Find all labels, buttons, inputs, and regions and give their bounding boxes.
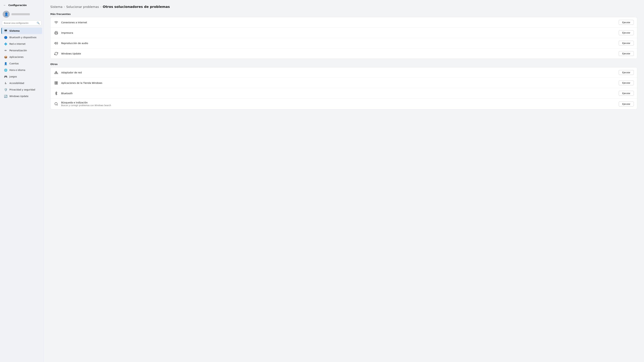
breadcrumb-sep-2: › (100, 5, 101, 8)
item-text-0-1: Impresora (61, 31, 616, 34)
avatar: 👤 (3, 11, 10, 18)
nav-icon-6: 🌐 (4, 68, 8, 72)
breadcrumb-solucionar[interactable]: Solucionar problemas (66, 5, 99, 8)
nav-icon-4: 📦 (4, 55, 8, 59)
wifi-icon (54, 20, 58, 25)
item-text-1-1: Aplicaciones de la Tienda Windows (61, 82, 616, 84)
svg-point-0 (56, 23, 56, 24)
breadcrumb-sistema[interactable]: Sistema (50, 5, 62, 8)
item-text-1-3: Búsqueda e indización Buscar y corregir … (61, 101, 616, 107)
table-row: Impresora Ejecutar (50, 28, 637, 38)
sidebar-item-hora-e-idioma[interactable]: 🌐 Hora e idioma (1, 67, 42, 73)
section-label-1: Otros (50, 63, 637, 65)
sidebar-item-personalización[interactable]: ✏️ Personalización (1, 47, 42, 54)
sidebar-header: ← Configuración (0, 2, 44, 9)
store-icon (54, 81, 58, 85)
nav-label-4: Aplicaciones (10, 56, 24, 58)
search-input[interactable] (4, 22, 36, 24)
bluetooth-icon (54, 91, 58, 96)
item-text-1-0: Adaptador de red (61, 71, 616, 74)
item-name-1-3: Búsqueda e indización (61, 101, 616, 104)
search-box[interactable]: 🔍 (2, 20, 42, 25)
back-button[interactable]: ← (3, 3, 7, 7)
nav-icon-9: 🛡️ (4, 88, 8, 91)
app-title: Configuración (8, 4, 27, 6)
nav-label-3: Personalización (10, 49, 27, 52)
item-name-0-1: Impresora (61, 31, 616, 34)
nav-icon-5: 👤 (4, 62, 8, 65)
nav-label-10: Windows Update (10, 95, 28, 97)
run-button-1-3[interactable]: Ejecutar (619, 102, 634, 106)
svg-marker-2 (55, 42, 56, 44)
table-row: Aplicaciones de la Tienda Windows Ejecut… (50, 78, 637, 88)
nav-label-9: Privacidad y seguridad (10, 88, 35, 91)
run-button-1-2[interactable]: Ejecutar (619, 91, 634, 96)
search-icon (54, 102, 58, 106)
user-name (12, 13, 30, 15)
svg-rect-8 (55, 81, 56, 83)
item-name-0-3: Windows Update (61, 52, 616, 55)
nav-list: 🖥️ Sistema 🔵 Bluetooth y dispositivos 💠 … (0, 27, 44, 99)
svg-rect-9 (56, 81, 58, 83)
sidebar-item-privacidad-y-seguridad[interactable]: 🛡️ Privacidad y seguridad (1, 86, 42, 93)
svg-rect-1 (55, 33, 57, 34)
nav-label-8: Accesibilidad (10, 82, 24, 84)
nav-label-5: Cuentas (10, 62, 18, 65)
run-button-0-3[interactable]: Ejecutar (619, 51, 634, 56)
refresh-icon (54, 51, 58, 56)
troubleshooter-list-0: Conexiones a Internet Ejecutar Impresora… (50, 17, 637, 59)
section-label-0: Más frecuentes (50, 13, 637, 15)
nav-icon-3: ✏️ (4, 49, 8, 52)
table-row: Adaptador de red Ejecutar (50, 67, 637, 78)
nav-label-7: Juegos (10, 75, 17, 78)
run-button-0-0[interactable]: Ejecutar (619, 20, 634, 25)
run-button-0-2[interactable]: Ejecutar (619, 41, 634, 45)
item-text-0-2: Reproducción de audio (61, 42, 616, 44)
troubleshooter-list-1: Adaptador de red Ejecutar Aplicaciones d… (50, 67, 637, 109)
nav-label-6: Hora e idioma (10, 69, 25, 71)
audio-icon (54, 41, 58, 45)
sidebar-item-aplicaciones[interactable]: 📦 Aplicaciones (1, 54, 42, 60)
svg-line-13 (57, 105, 58, 105)
nav-icon-2: 💠 (4, 42, 8, 45)
sections-container: Más frecuentes Conexiones a Internet Eje… (50, 13, 637, 109)
run-button-1-1[interactable]: Ejecutar (619, 80, 634, 85)
network-icon (54, 70, 58, 75)
nav-icon-0: 🖥️ (4, 29, 8, 32)
item-name-0-2: Reproducción de audio (61, 42, 616, 44)
run-button-1-0[interactable]: Ejecutar (619, 70, 634, 75)
nav-label-2: Red e Internet (10, 42, 26, 45)
nav-icon-8: ♿ (4, 81, 8, 85)
svg-rect-11 (56, 83, 58, 84)
item-text-1-2: Bluetooth (61, 92, 616, 95)
breadcrumb-sep-1: › (64, 5, 65, 8)
nav-icon-10: 🔄 (4, 94, 8, 98)
sidebar: ← Configuración 👤 🔍 🖥️ Sistema 🔵 Bluetoo… (0, 0, 44, 362)
nav-icon-7: 🎮 (4, 75, 8, 78)
search-icon: 🔍 (37, 22, 40, 24)
table-row: Bluetooth Ejecutar (50, 88, 637, 98)
sidebar-item-bluetooth-y-dispositivos[interactable]: 🔵 Bluetooth y dispositivos (1, 34, 42, 40)
sidebar-item-cuentas[interactable]: 👤 Cuentas (1, 60, 42, 67)
item-name-1-0: Adaptador de red (61, 71, 616, 74)
main-content: Sistema › Solucionar problemas › Otros s… (44, 0, 644, 362)
item-text-0-3: Windows Update (61, 52, 616, 55)
table-row: Reproducción de audio Ejecutar (50, 38, 637, 48)
user-area: 👤 (0, 9, 44, 20)
run-button-0-1[interactable]: Ejecutar (619, 30, 634, 35)
sidebar-item-sistema[interactable]: 🖥️ Sistema (1, 28, 42, 34)
item-name-1-1: Aplicaciones de la Tienda Windows (61, 82, 616, 84)
item-name-1-2: Bluetooth (61, 92, 616, 95)
sidebar-item-accesibilidad[interactable]: ♿ Accesibilidad (1, 80, 42, 86)
item-name-0-0: Conexiones a Internet (61, 21, 616, 24)
sidebar-item-windows-update[interactable]: 🔄 Windows Update (1, 93, 42, 99)
table-row: Windows Update Ejecutar (50, 48, 637, 59)
table-row: Búsqueda e indización Buscar y corregir … (50, 98, 637, 109)
item-text-0-0: Conexiones a Internet (61, 21, 616, 24)
breadcrumb-current: Otros solucionadores de problemas (103, 5, 170, 9)
sidebar-item-juegos[interactable]: 🎮 Juegos (1, 73, 42, 80)
breadcrumb: Sistema › Solucionar problemas › Otros s… (50, 5, 637, 9)
printer-icon (54, 30, 58, 35)
sidebar-item-red-e-internet[interactable]: 💠 Red e Internet (1, 41, 42, 47)
nav-icon-1: 🔵 (4, 36, 8, 39)
